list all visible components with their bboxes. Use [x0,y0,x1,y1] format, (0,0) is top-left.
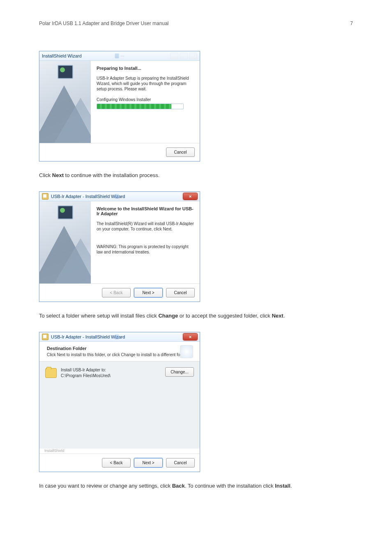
page-number: 7 [350,21,353,26]
window-title: USB-Ir Adapter - InstallShield Wizard [51,194,125,199]
titlebar-decoration: — [115,53,125,58]
monitor-icon [58,65,73,79]
dest-heading: Destination Folder [47,346,194,351]
install-path: C:\Program Files\MosUred\ [61,373,161,379]
wizard-sidebar-image [39,61,91,143]
titlebar: USB-Ir Adapter - InstallShield Wizard — … [39,332,200,342]
progress-bar [97,104,184,109]
instruction-3: In case you want to review or change any… [39,482,353,490]
header-icon [180,345,193,358]
dialog-welcome: USB-Ir Adapter - InstallShield Wizard — … [39,191,200,302]
dialog-heading: Welcome to the InstallShield Wizard for … [97,206,194,216]
back-button[interactable]: < Back [102,458,131,467]
instruction-1: Click Next to continue with the installa… [39,172,353,179]
dialog-body: USB-Ir Adapter Setup is preparing the In… [97,76,194,92]
manual-title: Polar IrDA USB 1.1 Adapter and Bridge Dr… [39,21,168,26]
installshield-tag: InstallShield [39,449,200,454]
cancel-button[interactable]: Cancel [166,458,195,467]
window-title: InstallShield Wizard [42,53,82,58]
next-button[interactable]: Next > [134,288,163,297]
wizard-sidebar-image [39,201,91,283]
dialog-subheader: Destination Folder Click Next to install… [39,342,200,362]
titlebar-decoration: — [115,194,125,199]
progress-label: Configuring Windows Installer [97,97,194,102]
dest-subtext: Click Next to install to this folder, or… [47,352,194,357]
dialog-body-1: The InstallShield(R) Wizard will install… [97,221,194,232]
titlebar: USB-Ir Adapter - InstallShield Wizard — … [39,192,200,201]
dialog-preparing: InstallShield Wizard — Preparing to Inst… [39,51,200,161]
app-icon [42,193,48,200]
close-button[interactable]: × [183,193,197,200]
close-button[interactable]: × [183,334,197,340]
next-button[interactable]: Next > [134,458,163,467]
instruction-2: To select a folder where setup will inst… [39,312,353,320]
window-controls [170,53,197,59]
folder-icon [45,368,57,378]
cancel-button[interactable]: Cancel [166,147,195,157]
page-header: Polar IrDA USB 1.1 Adapter and Bridge Dr… [39,21,353,26]
dialog-body-2: WARNING: This program is protected by co… [97,244,194,255]
dialog-heading: Preparing to Install... [97,66,194,71]
monitor-icon [58,205,73,219]
back-button: < Back [102,288,131,297]
install-to-label: Install USB-Ir Adapter to: [61,367,161,373]
dialog-destination: USB-Ir Adapter - InstallShield Wizard — … [39,332,200,472]
cancel-button[interactable]: Cancel [166,288,195,297]
titlebar: InstallShield Wizard — [39,51,200,61]
app-icon [42,334,48,340]
change-button[interactable]: Change... [165,367,194,377]
window-title: USB-Ir Adapter - InstallShield Wizard [51,334,125,339]
titlebar-decoration: — [115,334,125,339]
